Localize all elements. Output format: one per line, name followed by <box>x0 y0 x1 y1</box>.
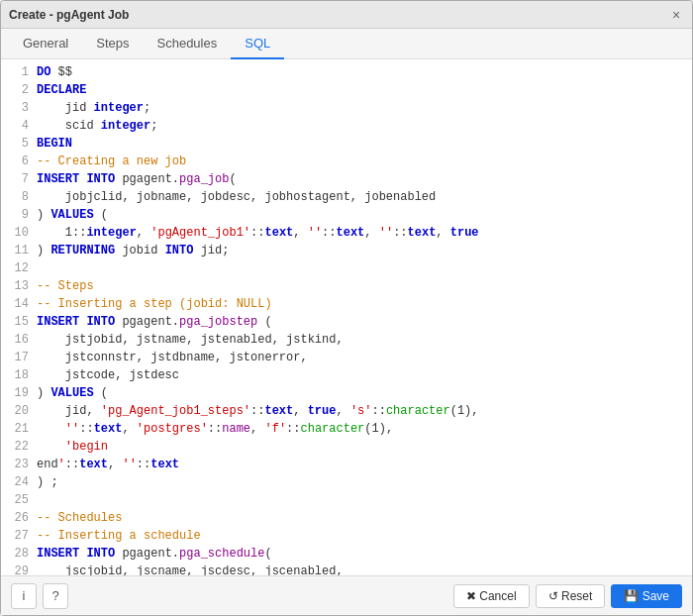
line-content: jstconnstr, jstdbname, jstonerror, <box>37 349 692 366</box>
main-window: Create - pgAgent Job × GeneralStepsSched… <box>0 0 693 616</box>
line-content: jscjobid, jscname, jscdesc, jscenabled, <box>37 563 692 575</box>
line-content: -- Creating a new job <box>37 153 692 170</box>
line-content: -- Steps <box>37 277 692 295</box>
line-number: 7 <box>1 170 37 188</box>
tab-bar: GeneralStepsSchedulesSQL <box>1 29 692 59</box>
info-button[interactable]: i <box>11 583 37 609</box>
reset-button[interactable]: ↺ Reset <box>536 584 606 608</box>
code-line: 17 jstconnstr, jstdbname, jstonerror, <box>1 349 692 366</box>
code-line: 29 jscjobid, jscname, jscdesc, jscenable… <box>1 563 692 575</box>
line-content: end'::text, ''::text <box>37 456 692 473</box>
code-line: 8 jobjclid, jobname, jobdesc, jobhostage… <box>1 188 692 206</box>
line-content: ''::text, 'postgres'::name, 'f'::charact… <box>37 420 692 438</box>
line-number: 10 <box>1 224 37 242</box>
sql-editor[interactable]: 1DO $$2DECLARE3 jid integer;4 scid integ… <box>1 59 692 575</box>
code-line: 16 jstjobid, jstname, jstenabled, jstkin… <box>1 331 692 349</box>
line-number: 24 <box>1 473 37 491</box>
line-number: 23 <box>1 456 37 473</box>
line-number: 16 <box>1 331 37 349</box>
line-number: 28 <box>1 545 37 563</box>
save-button[interactable]: 💾 Save <box>611 584 682 608</box>
line-content: BEGIN <box>37 135 692 153</box>
line-number: 13 <box>1 277 37 295</box>
line-content <box>37 259 692 277</box>
line-number: 5 <box>1 135 37 153</box>
line-content: -- Schedules <box>37 509 692 527</box>
code-line: 4 scid integer; <box>1 117 692 135</box>
tab-schedules[interactable]: Schedules <box>144 29 232 59</box>
line-content: -- Inserting a schedule <box>37 527 692 545</box>
code-line: 28INSERT INTO pgagent.pga_schedule( <box>1 545 692 563</box>
line-number: 11 <box>1 242 37 259</box>
line-content: ) ; <box>37 473 692 491</box>
footer-right: ✖ Cancel ↺ Reset 💾 Save <box>453 584 682 608</box>
line-number: 15 <box>1 313 37 331</box>
line-number: 19 <box>1 384 37 402</box>
code-line: 21 ''::text, 'postgres'::name, 'f'::char… <box>1 420 692 438</box>
line-number: 18 <box>1 366 37 384</box>
line-number: 12 <box>1 259 37 277</box>
line-content: 'begin <box>37 438 692 456</box>
cancel-button[interactable]: ✖ Cancel <box>453 584 530 608</box>
titlebar: Create - pgAgent Job × <box>1 1 692 29</box>
code-line: 9) VALUES ( <box>1 206 692 224</box>
code-line: 19) VALUES ( <box>1 384 692 402</box>
code-line: 3 jid integer; <box>1 99 692 117</box>
line-number: 20 <box>1 402 37 420</box>
line-content <box>37 491 692 509</box>
line-number: 9 <box>1 206 37 224</box>
line-content: ) VALUES ( <box>37 384 692 402</box>
line-content: INSERT INTO pgagent.pga_schedule( <box>37 545 692 563</box>
footer-left: i ? <box>11 583 68 609</box>
code-line: 18 jstcode, jstdesc <box>1 366 692 384</box>
line-number: 6 <box>1 153 37 170</box>
code-line: 13-- Steps <box>1 277 692 295</box>
code-line: 7INSERT INTO pgagent.pga_job( <box>1 170 692 188</box>
line-number: 21 <box>1 420 37 438</box>
line-content: INSERT INTO pgagent.pga_jobstep ( <box>37 313 692 331</box>
code-line: 5BEGIN <box>1 135 692 153</box>
line-number: 22 <box>1 438 37 456</box>
line-content: jstjobid, jstname, jstenabled, jstkind, <box>37 331 692 349</box>
line-number: 29 <box>1 563 37 575</box>
line-content: INSERT INTO pgagent.pga_job( <box>37 170 692 188</box>
line-number: 17 <box>1 349 37 366</box>
code-line: 6-- Creating a new job <box>1 153 692 170</box>
line-content: scid integer; <box>37 117 692 135</box>
code-line: 14-- Inserting a step (jobid: NULL) <box>1 295 692 313</box>
code-line: 26-- Schedules <box>1 509 692 527</box>
code-line: 12 <box>1 259 692 277</box>
code-line: 22 'begin <box>1 438 692 456</box>
close-button[interactable]: × <box>668 7 684 23</box>
line-number: 27 <box>1 527 37 545</box>
line-content: DECLARE <box>37 81 692 99</box>
code-line: 25 <box>1 491 692 509</box>
tab-steps[interactable]: Steps <box>82 29 143 59</box>
code-line: 23end'::text, ''::text <box>1 456 692 473</box>
line-number: 25 <box>1 491 37 509</box>
line-content: jobjclid, jobname, jobdesc, jobhostagent… <box>37 188 692 206</box>
tab-general[interactable]: General <box>9 29 82 59</box>
tab-sql[interactable]: SQL <box>231 29 284 59</box>
line-content: ) RETURNING jobid INTO jid; <box>37 242 692 259</box>
code-line: 1DO $$ <box>1 63 692 81</box>
code-line: 27-- Inserting a schedule <box>1 527 692 545</box>
line-number: 14 <box>1 295 37 313</box>
code-line: 15INSERT INTO pgagent.pga_jobstep ( <box>1 313 692 331</box>
line-number: 8 <box>1 188 37 206</box>
line-number: 1 <box>1 63 37 81</box>
code-line: 24) ; <box>1 473 692 491</box>
line-number: 4 <box>1 117 37 135</box>
line-content: -- Inserting a step (jobid: NULL) <box>37 295 692 313</box>
line-number: 26 <box>1 509 37 527</box>
line-content: jstcode, jstdesc <box>37 366 692 384</box>
line-content: jid, 'pg_Agent_job1_steps'::text, true, … <box>37 402 692 420</box>
line-number: 2 <box>1 81 37 99</box>
code-line: 10 1::integer, 'pgAgent_job1'::text, '':… <box>1 224 692 242</box>
code-line: 2DECLARE <box>1 81 692 99</box>
line-number: 3 <box>1 99 37 117</box>
line-content: DO $$ <box>37 63 692 81</box>
line-content: jid integer; <box>37 99 692 117</box>
help-button[interactable]: ? <box>43 583 68 609</box>
code-line: 11) RETURNING jobid INTO jid; <box>1 242 692 259</box>
